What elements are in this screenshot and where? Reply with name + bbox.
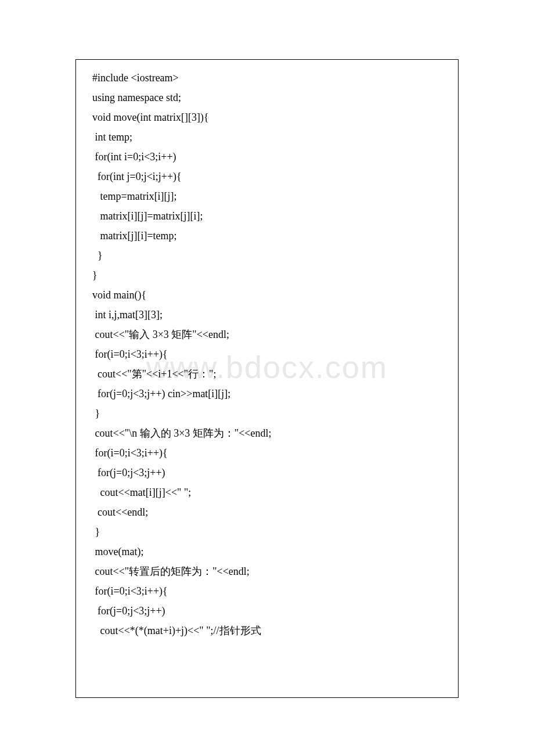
code-line: cout<<"\n 输入的 3×3 矩阵为："<<endl; xyxy=(92,423,448,443)
code-line: cout<<"输入 3×3 矩阵"<<endl; xyxy=(92,325,448,344)
code-line: for(j=0;j<3;j++) cin>>mat[i][j]; xyxy=(92,384,448,404)
code-line: for(i=0;i<3;i++){ xyxy=(92,443,448,463)
code-line: for(i=0;i<3;i++){ xyxy=(92,344,448,364)
code-line: #include <iostream> xyxy=(92,68,448,88)
code-content: #include <iostream> using namespace std;… xyxy=(92,68,448,640)
code-line: cout<<"转置后的矩阵为："<<endl; xyxy=(92,561,448,581)
code-line: void main(){ xyxy=(92,285,448,305)
code-line: } xyxy=(92,404,448,423)
code-line: for(int i=0;i<3;i++) xyxy=(92,147,448,167)
code-line: for(i=0;i<3;i++){ xyxy=(92,581,448,601)
code-line: int temp; xyxy=(92,127,448,147)
code-line: move(mat); xyxy=(92,542,448,561)
code-line: using namespace std; xyxy=(92,88,448,107)
code-line: temp=matrix[i][j]; xyxy=(92,186,448,206)
code-line: for(j=0;j<3;j++) xyxy=(92,463,448,483)
code-line: } xyxy=(92,522,448,542)
code-line: for(int j=0;j<i;j++){ xyxy=(92,167,448,186)
code-line: void move(int matrix[][3]){ xyxy=(92,107,448,127)
code-line: int i,j,mat[3][3]; xyxy=(92,305,448,325)
code-line: } xyxy=(92,246,448,265)
code-line: matrix[i][j]=matrix[j][i]; xyxy=(92,206,448,226)
code-line: cout<<mat[i][j]<<" "; xyxy=(92,483,448,502)
code-line: for(j=0;j<3;j++) xyxy=(92,601,448,621)
code-line: matrix[j][i]=temp; xyxy=(92,226,448,246)
code-line: cout<<"第"<<i+1<<"行："; xyxy=(92,364,448,384)
code-container: #include <iostream> using namespace std;… xyxy=(75,59,459,698)
code-line: } xyxy=(92,265,448,285)
code-line: cout<<endl; xyxy=(92,502,448,522)
code-line: cout<<*(*(mat+i)+j)<<" ";//指针形式 xyxy=(92,621,448,640)
